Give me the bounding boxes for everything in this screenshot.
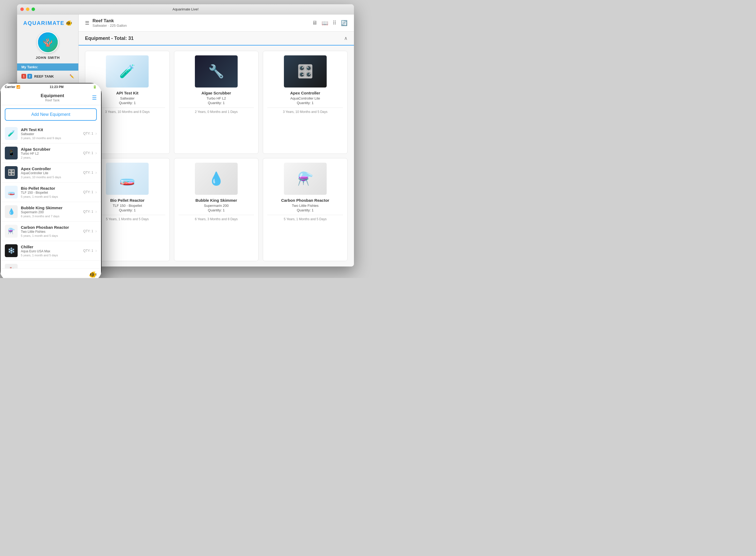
main-content: ☰ Reef Tank Saltwater · 225 Gallon 🖥 📖 ⠿… (79, 14, 354, 267)
list-item-qty: QTY: 1 (83, 151, 93, 155)
list-item-name: Algae Scrubber (21, 147, 83, 151)
reef-tank-name: REEF TANK (34, 74, 70, 78)
list-item-thumb: 🧦 (5, 264, 17, 268)
list-item-age: 2 years, (21, 156, 83, 159)
card-duration: 6 Years, 3 Months and 8 Days (195, 217, 238, 221)
reef-tank-item[interactable]: 1 2 REEF TANK ✏️ (17, 72, 78, 81)
list-item-age: 3 years, 10 months and 5 days (21, 176, 83, 179)
avatar-image: 🪸 (38, 32, 58, 52)
status-right: 🔋 (93, 85, 97, 89)
card-qty: Quantity: 1 (119, 208, 136, 212)
list-item[interactable]: 🎛️ Apex Controller AquaController Lite 3… (1, 163, 101, 182)
card-duration: 3 Years, 10 Months and 8 Days (105, 110, 150, 114)
list-item-thumb: 📱 (5, 147, 17, 160)
card-qty: Quantity: 1 (297, 101, 313, 105)
card-qty: Quantity: 1 (119, 101, 136, 105)
card-duration: 3 Years, 10 Months and 5 Days (283, 110, 328, 114)
chevron-right-icon: › (96, 151, 97, 155)
logo: AQUARIMATE 🐠 (23, 20, 72, 26)
hamburger-menu-button[interactable]: ☰ (85, 20, 89, 26)
nav-title-area: Equipment Reef Tank (41, 93, 64, 102)
list-item-name: Carbon Phosban Reactor (21, 225, 83, 230)
list-item-qty: QTY: 1 (83, 229, 93, 233)
list-item-thumb: ❄️ (5, 244, 17, 257)
list-item-info: Bio Pellet Reactor TLF 150 - Biopellet 5… (21, 186, 83, 198)
logo-text: AQUARIMATE (23, 20, 65, 26)
tank-title: Reef Tank (92, 18, 127, 24)
time-label: 11:23 PM (50, 85, 64, 89)
list-item-thumb: 🧪 (5, 127, 17, 140)
equipment-card[interactable]: 🔧 Algae Scrubber Turbo HF L2 Quantity: 1… (174, 51, 259, 154)
list-item[interactable]: 💧 Bubble King Skimmer Supermarin 200 6 y… (1, 202, 101, 221)
tank-badges: 1 2 (22, 74, 32, 79)
list-item[interactable]: 🧪 API Test Kit Saltwater 3 years, 10 mon… (1, 124, 101, 143)
status-bar: Carrier 📶 11:23 PM 🔋 (1, 83, 101, 91)
card-model: TLF 150 - Biopellet (113, 204, 142, 208)
list-item-qty: QTY: 1 (83, 171, 93, 174)
card-image: 🧪 (106, 56, 149, 88)
add-equipment-button[interactable]: Add New Equipment (5, 108, 97, 121)
equipment-card[interactable]: ⚗️ Carbon Phosban Reactor Two Little Fis… (263, 158, 347, 261)
list-item[interactable]: ⚗️ Carbon Phosban Reactor Two Little Fis… (1, 221, 101, 241)
phone-screen: Carrier 📶 11:23 PM 🔋 Equipment Reef Tank… (1, 83, 101, 278)
close-button[interactable] (20, 7, 24, 11)
card-image: 💧 (195, 163, 238, 195)
book-icon[interactable]: 📖 (322, 20, 328, 26)
minimize-button[interactable] (26, 7, 29, 11)
equipment-list: 🧪 API Test Kit Saltwater 3 years, 10 mon… (1, 124, 101, 268)
nav-hamburger-button[interactable]: ☰ (92, 95, 97, 101)
avatar: 🪸 (37, 32, 59, 53)
hamburger-area: ☰ Reef Tank Saltwater · 225 Gallon (85, 18, 127, 28)
grid-icon[interactable]: ⠿ (333, 20, 337, 26)
list-item-model: Aqua Euro USA Max (21, 249, 83, 253)
list-item-age: 5 years, 1 month and 5 days (21, 195, 83, 198)
list-item-name: API Test Kit (21, 127, 83, 132)
badge-2: 2 (27, 74, 32, 79)
equipment-grid: 🧪 API Test Kit Saltwater Quantity: 1 3 Y… (79, 45, 354, 267)
list-item-model: Two Little Fishies (21, 230, 83, 234)
card-name: Bio Pellet Reactor (110, 198, 144, 203)
card-model: Two Little Fishies (292, 204, 319, 208)
status-left: Carrier 📶 (5, 85, 20, 89)
list-item-thumb: 💧 (5, 205, 17, 218)
list-item[interactable]: 📱 Algae Scrubber Turbo HF L2 2 years, QT… (1, 143, 101, 163)
card-divider (179, 215, 254, 215)
list-item-qty: QTY: 1 (83, 210, 93, 213)
card-name: Algae Scrubber (201, 91, 231, 95)
card-duration: 5 Years, 1 Months and 5 Days (106, 217, 149, 221)
wifi-icon: 📶 (16, 85, 20, 89)
logo-fish-icon: 🐠 (66, 20, 72, 26)
tank-info-area: Reef Tank Saltwater · 225 Gallon (92, 18, 127, 28)
collapse-button[interactable]: ∧ (344, 35, 347, 41)
list-item[interactable]: 🧫 Bio Pellet Reactor TLF 150 - Biopellet… (1, 182, 101, 202)
list-item[interactable]: 🧦 Filter Sock › (1, 260, 101, 268)
badge-1: 1 (22, 74, 26, 79)
nav-title: Equipment (41, 93, 64, 99)
maximize-button[interactable] (32, 7, 35, 11)
edit-icon[interactable]: ✏️ (70, 74, 74, 78)
card-qty: Quantity: 1 (208, 101, 225, 105)
chevron-right-icon: › (96, 248, 97, 253)
nav-subtitle: Reef Tank (41, 99, 64, 102)
card-image: ⚗️ (284, 163, 327, 195)
list-item-model: Turbo HF L2 (21, 152, 83, 155)
card-image: 🔧 (195, 56, 238, 88)
equipment-card[interactable]: 💧 Bubble King Skimmer Supermarin 200 Qua… (174, 158, 259, 261)
list-item-info: Algae Scrubber Turbo HF L2 2 years, (21, 147, 83, 159)
list-item-thumb: ⚗️ (5, 225, 17, 238)
list-item-model: AquaController Lite (21, 171, 83, 175)
card-model: Turbo HF L2 (206, 96, 226, 100)
card-model: AquaController Lite (290, 96, 320, 100)
list-item[interactable]: ❄️ Chiller Aqua Euro USA Max 5 years, 1 … (1, 241, 101, 260)
mac-titlebar: Aquarimate Live! (17, 4, 354, 14)
monitor-icon[interactable]: 🖥 (312, 20, 317, 26)
card-name: API Test Kit (116, 91, 139, 95)
card-qty: Quantity: 1 (208, 208, 225, 212)
refresh-icon[interactable]: 🔄 (341, 20, 347, 26)
window-title: Aquarimate Live! (173, 7, 199, 11)
equipment-total-label: Equipment - Total: 31 (85, 36, 134, 41)
list-item-qty: QTY: 1 (83, 190, 93, 194)
chevron-right-icon: › (96, 190, 97, 195)
equipment-card[interactable]: 🎛️ Apex Controller AquaController Lite Q… (263, 51, 347, 154)
main-header: ☰ Reef Tank Saltwater · 225 Gallon 🖥 📖 ⠿… (79, 14, 354, 32)
